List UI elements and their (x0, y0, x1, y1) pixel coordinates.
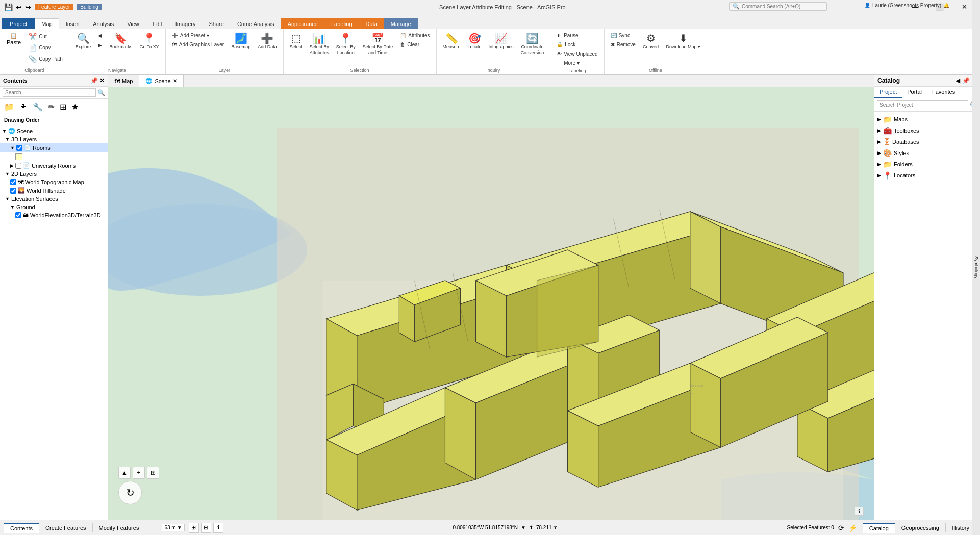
toolboxes-arrow[interactable]: ▶ (877, 128, 881, 133)
bottom-tab-create-features[interactable]: Create Features (39, 523, 92, 532)
contents-search-icon[interactable]: 🔍 (97, 89, 105, 96)
paste-button[interactable]: 📋 Paste (3, 31, 24, 47)
catalog-item-locators[interactable]: ▶ 📍 Locators (874, 170, 980, 181)
download-map-button[interactable]: ⬇ Download Map ▾ (663, 31, 703, 52)
tab-appearance[interactable]: Appearance (281, 18, 324, 29)
goto-xy-button[interactable]: 📍 Go To XY (136, 31, 162, 52)
copy-button[interactable]: 📄 Copy (26, 42, 66, 53)
infographics-button[interactable]: 📈 Infographics (486, 31, 517, 52)
catalog-bottom-tab-catalog[interactable]: Catalog (863, 523, 895, 533)
view-unplaced-button[interactable]: 👁 View Unplaced (554, 49, 601, 58)
locators-arrow[interactable]: ▶ (877, 173, 881, 178)
bottom-tab-contents[interactable]: Contents (4, 523, 39, 533)
world-topo-checkbox[interactable] (10, 179, 16, 185)
map-tab-map[interactable]: 🗺 Map (108, 75, 139, 87)
nav-full-extent-button[interactable]: ⊞ (147, 467, 159, 479)
star-icon[interactable]: ★ (70, 100, 80, 113)
select-by-attributes-button[interactable]: 📊 Select ByAttributes (307, 31, 332, 58)
tree-item-world-elevation[interactable]: 🏔 WorldElevation3D/Terrain3D (0, 211, 108, 219)
more-button[interactable]: ⋯ More ▾ (554, 59, 601, 67)
catalog-pin-icon[interactable]: 📌 (962, 77, 970, 84)
contents-search-input[interactable] (3, 88, 96, 97)
redo-icon[interactable]: ↪ (25, 3, 31, 11)
scene-arrow[interactable]: ▼ (2, 129, 7, 134)
rooms-arrow[interactable]: ▼ (10, 145, 15, 150)
catalog-tab-portal[interactable]: Portal (902, 87, 927, 98)
convert-button[interactable]: ⚙ Convert (640, 31, 662, 52)
undo-icon[interactable]: ↩ (16, 3, 22, 11)
uni-rooms-arrow[interactable]: ▶ (10, 163, 14, 168)
elevation-arrow[interactable]: ▼ (5, 196, 10, 201)
world-hillshade-checkbox[interactable] (10, 188, 16, 194)
forward-button[interactable]: ▶ (95, 41, 105, 49)
catalog-tab-favorites[interactable]: Favorites (927, 87, 960, 98)
tab-imagery[interactable]: Imagery (169, 18, 203, 29)
map-grid-icon[interactable]: ⊞ (189, 523, 199, 533)
tree-item-ground[interactable]: ▼ Ground (0, 203, 108, 211)
filter-icon[interactable]: 🔧 (31, 100, 44, 113)
attributes-button[interactable]: 📋 Attributes (397, 31, 433, 40)
scene-viewport[interactable]: ▫▫▫▫▫▫ ▫▫▫▫▫ ▲ + ⊞ ↻ ℹ (108, 87, 874, 520)
tree-item-university-rooms[interactable]: ▶ 📄 University Rooms (0, 161, 108, 170)
tab-data[interactable]: Data (359, 18, 384, 29)
nav-zoom-in-button[interactable]: + (133, 467, 145, 479)
catalog-item-folders[interactable]: ▶ 📁 Folders (874, 159, 980, 170)
add-graphics-layer-button[interactable]: 🗺 Add Graphics Layer (169, 40, 227, 49)
tab-manage[interactable]: Manage (384, 18, 418, 29)
select-button[interactable]: ⬚ Select (287, 31, 306, 52)
map-info-icon[interactable]: ℹ (213, 523, 223, 533)
notification-icon[interactable]: 🔔 (943, 3, 949, 8)
close-scene-tab-icon[interactable]: ✕ (173, 78, 177, 84)
rooms-checkbox[interactable] (16, 145, 22, 151)
tab-map[interactable]: Map (35, 18, 59, 29)
catalog-search-input[interactable] (877, 100, 968, 109)
add-data-button[interactable]: ➕ Add Data (255, 31, 280, 52)
command-search-box[interactable]: 🔍 (729, 2, 827, 11)
pause-button[interactable]: ⏸ Pause (554, 31, 601, 40)
nav-up-button[interactable]: ▲ (118, 467, 131, 479)
tab-view[interactable]: View (120, 18, 146, 29)
select-by-location-button[interactable]: 📍 Select ByLocation (333, 31, 359, 58)
explore-button[interactable]: 🔍 Explore (72, 31, 94, 52)
styles-arrow[interactable]: ▶ (877, 150, 881, 156)
tab-insert[interactable]: Insert (59, 18, 87, 29)
refresh-button[interactable]: ⟳ (838, 524, 844, 532)
tab-crime-analysis[interactable]: Crime Analysis (231, 18, 281, 29)
tab-labeling[interactable]: Labeling (324, 18, 359, 29)
tab-analysis[interactable]: Analysis (86, 18, 120, 29)
database-icon[interactable]: 🗄 (18, 101, 29, 113)
add-preset-button[interactable]: ➕ Add Preset ▾ (169, 31, 227, 40)
map-tab-scene[interactable]: 🌐 Scene ✕ (139, 75, 183, 87)
tree-item-world-topo[interactable]: 🗺 World Topographic Map (0, 178, 108, 186)
databases-arrow[interactable]: ▶ (877, 139, 881, 144)
catalog-expand-icon[interactable]: ◀ (956, 77, 960, 84)
university-rooms-checkbox[interactable] (15, 163, 21, 169)
save-icon[interactable]: 💾 (4, 3, 13, 11)
sync-button[interactable]: 🔄 Sync (608, 31, 639, 40)
folders-arrow[interactable]: ▶ (877, 162, 881, 167)
scale-selector[interactable]: 63 m ▼ (162, 524, 184, 531)
tab-project[interactable]: Project (2, 18, 35, 29)
folder-icon[interactable]: 📁 (3, 100, 16, 113)
catalog-item-maps[interactable]: ▶ 📁 Maps (874, 114, 980, 125)
table-icon[interactable]: ⊞ (58, 100, 68, 113)
pencil-icon[interactable]: ✏ (46, 100, 56, 113)
coordinate-conversion-button[interactable]: 🔄 CoordinateConversion (518, 31, 547, 58)
maps-arrow[interactable]: ▶ (877, 117, 881, 122)
bottom-tab-modify-features[interactable]: Modify Features (93, 523, 146, 532)
command-search-input[interactable] (742, 4, 823, 9)
cut-button[interactable]: ✂️ Cut (26, 31, 66, 42)
compass[interactable]: ↻ (118, 481, 142, 504)
bookmarks-button[interactable]: 🔖 Bookmarks (106, 31, 135, 52)
catalog-bottom-tab-geoprocessing[interactable]: Geoprocessing (895, 523, 946, 532)
tree-item-elevation-surfaces[interactable]: ▼ Elevation Surfaces (0, 195, 108, 203)
3d-layers-arrow[interactable]: ▼ (5, 137, 10, 142)
tree-item-3d-layers[interactable]: ▼ 3D Layers (0, 135, 108, 143)
measure-button[interactable]: 📏 Measure (440, 31, 464, 52)
basemap-button[interactable]: 🗾 Basemap (228, 31, 254, 52)
map-zoom-icon[interactable]: ⊟ (201, 523, 211, 533)
clear-button[interactable]: 🗑 Clear (397, 40, 433, 49)
ground-arrow[interactable]: ▼ (10, 205, 15, 210)
select-by-date-button[interactable]: 📅 Select By Dateand Time (360, 31, 396, 58)
tree-item-2d-layers[interactable]: ▼ 2D Layers (0, 170, 108, 178)
